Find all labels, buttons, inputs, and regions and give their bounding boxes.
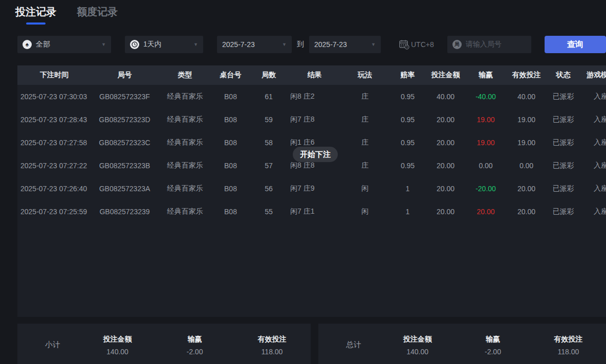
subtotal-valid-label: 有效投注 [233, 335, 311, 344]
subtotal-winloss: 输赢 -2.00 [156, 335, 233, 356]
col-header-time: 下注时间 [17, 71, 91, 80]
cell-round-id: GB082572323D [91, 116, 158, 124]
tab-quota-records-label: 额度记录 [77, 6, 118, 17]
cell-type: 经典百家乐 [158, 161, 212, 170]
cell-odds: 0.95 [389, 93, 426, 101]
cell-round-no: 57 [249, 162, 288, 170]
cell-table-no: B08 [212, 93, 249, 101]
cell-bet-amount: 20.00 [426, 162, 465, 170]
cell-play: 庄 [341, 161, 389, 170]
cell-odds: 1 [389, 185, 426, 193]
col-header-valid-bet: 有效投注 [507, 71, 546, 80]
cell-table-no: B08 [212, 162, 249, 170]
cell-odds: 0.95 [389, 116, 426, 124]
total-panel: 总计 投注金额 140.00 输赢 -2.00 有效投注 118.00 [318, 324, 606, 364]
cell-game-mode: 入座 [580, 161, 606, 170]
subtotal-valid-value: 118.00 [233, 348, 311, 356]
time-range-dropdown[interactable]: 1天内 ▼ [125, 36, 203, 53]
cell-time: 2025-07-23 07:27:22 [17, 162, 91, 170]
cell-play: 庄 [341, 138, 389, 147]
table-row[interactable]: 2025-07-23 07:28:43GB082572323D经典百家乐B085… [17, 108, 606, 131]
cell-round-id: GB082572323B [91, 162, 158, 170]
subtotal-bet-label: 投注金额 [79, 335, 156, 344]
total-winloss-label: 输赢 [455, 335, 530, 344]
cell-game-mode: 入座 [580, 92, 606, 101]
total-valid-label: 有效投注 [531, 335, 606, 344]
date-to-value: 2025-7-23 [314, 40, 347, 49]
cell-play: 庄 [341, 92, 389, 101]
cell-status: 已派彩 [546, 92, 580, 101]
col-header-play: 玩法 [341, 71, 389, 80]
filter-bar: ♠ 全部 ▼ 1天内 ▼ 2025-7-23 ▼ 到 2025-7-23 ▼ U… [17, 36, 606, 53]
date-from-value: 2025-7-23 [222, 40, 255, 49]
cell-valid-bet: 0.00 [507, 162, 546, 170]
cell-table-no: B08 [212, 208, 249, 216]
cell-table-no: B08 [212, 185, 249, 193]
cell-play: 闲 [341, 184, 389, 193]
cell-round-no: 58 [249, 139, 288, 147]
date-from-picker[interactable]: 2025-7-23 ▼ [217, 36, 292, 53]
total-bet: 投注金额 140.00 [380, 335, 455, 356]
cell-odds: 0.95 [389, 162, 426, 170]
cell-round-no: 56 [249, 185, 288, 193]
col-header-round-id: 局号 [91, 71, 158, 80]
cell-type: 经典百家乐 [158, 115, 212, 124]
cell-status: 已派彩 [546, 138, 580, 147]
col-header-round-no: 局数 [249, 71, 288, 80]
clock-icon [130, 40, 139, 49]
cell-game-mode: 入座 [580, 184, 606, 193]
cell-round-id: GB0825723239 [91, 208, 158, 216]
total-valid-value: 118.00 [531, 348, 606, 356]
cell-round-id: GB082572323C [91, 139, 158, 147]
bet-records-table: 下注时间 局号 类型 桌台号 局数 结果 玩法 赔率 投注金额 输赢 有效投注 … [17, 65, 606, 317]
subtotal-panel: 小计 投注金额 140.00 输赢 -2.00 有效投注 118.00 [17, 324, 311, 364]
col-header-bet-amount: 投注金额 [426, 71, 465, 80]
tab-bar: 投注记录 额度记录 [15, 5, 118, 25]
cell-winloss: 20.00 [465, 208, 507, 216]
cell-winloss: -20.00 [465, 185, 507, 193]
cell-bet-amount: 40.00 [426, 93, 465, 101]
cell-status: 已派彩 [546, 161, 580, 170]
subtotal-winloss-value: -2.00 [156, 348, 233, 356]
spade-icon: ♠ [23, 40, 32, 49]
cell-odds: 0.95 [389, 139, 426, 147]
cell-odds: 1 [389, 208, 426, 216]
chevron-down-icon: ▼ [282, 42, 287, 47]
cell-play: 庄 [341, 115, 389, 124]
calendar-clock-icon [399, 39, 410, 50]
tab-bet-records[interactable]: 投注记录 [15, 5, 56, 25]
cell-round-id: GB082572323A [91, 185, 158, 193]
query-button[interactable]: 查询 [545, 36, 606, 53]
subtotal-bet: 投注金额 140.00 [79, 335, 156, 356]
cell-winloss: 19.00 [465, 139, 507, 147]
cell-type: 经典百家乐 [158, 138, 212, 147]
cell-round-no: 55 [249, 208, 288, 216]
chevron-down-icon: ▼ [193, 42, 198, 47]
round-id-search-input[interactable]: 局 请输入局号 [447, 36, 531, 53]
date-to-picker[interactable]: 2025-7-23 ▼ [309, 36, 381, 53]
cell-valid-bet: 20.00 [507, 185, 546, 193]
cell-time: 2025-07-23 07:26:40 [17, 185, 91, 193]
cell-winloss: 0.00 [465, 162, 507, 170]
table-row[interactable]: 2025-07-23 07:30:03GB082572323F经典百家乐B086… [17, 85, 606, 108]
game-type-dropdown[interactable]: ♠ 全部 ▼ [17, 36, 111, 53]
cell-table-no: B08 [212, 116, 249, 124]
cell-play: 闲 [341, 207, 389, 216]
timezone-label: UTC+8 [411, 40, 434, 49]
cell-bet-amount: 20.00 [426, 208, 465, 216]
tab-quota-records[interactable]: 额度记录 [77, 5, 118, 25]
time-range-value: 1天内 [143, 40, 162, 49]
chevron-down-icon: ▼ [101, 42, 106, 47]
cell-table-no: B08 [212, 139, 249, 147]
toast-start-betting: 开始下注 [293, 147, 338, 162]
cell-result: 闲8 庄8 [288, 161, 341, 170]
cell-bet-amount: 20.00 [426, 116, 465, 124]
cell-round-id: GB082572323F [91, 93, 158, 101]
table-row[interactable]: 2025-07-23 07:26:40GB082572323A经典百家乐B085… [17, 177, 606, 200]
subtotal-winloss-label: 输赢 [156, 335, 233, 344]
col-header-game-mode: 游戏模式 [580, 71, 606, 80]
total-label: 总计 [318, 340, 380, 350]
cell-result: 闲7 庄1 [288, 207, 341, 216]
table-row[interactable]: 2025-07-23 07:25:59GB0825723239经典百家乐B085… [17, 200, 606, 223]
cell-status: 已派彩 [546, 184, 580, 193]
